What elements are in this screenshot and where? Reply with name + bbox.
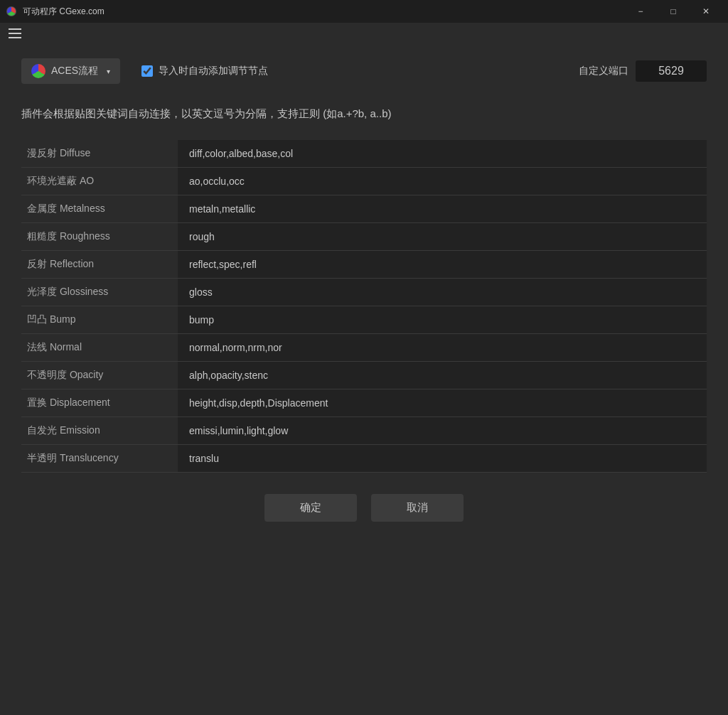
texture-label: 半透明 Translucency bbox=[21, 445, 178, 473]
button-row: 确定 取消 bbox=[21, 494, 707, 522]
texture-label: 自发光 Emission bbox=[21, 417, 178, 445]
table-row: 不透明度 Opacityalph,opacity,stenc bbox=[21, 362, 707, 389]
table-row: 反射 Reflectionreflect,spec,refl bbox=[21, 251, 707, 279]
aces-button[interactable]: ACES流程 ▾ bbox=[21, 58, 120, 84]
close-button[interactable]: ✕ bbox=[690, 0, 722, 23]
port-group: 自定义端口 bbox=[579, 60, 707, 82]
texture-label: 反射 Reflection bbox=[21, 251, 178, 279]
texture-label: 凹凸 Bump bbox=[21, 306, 178, 334]
texture-value[interactable]: bump bbox=[178, 306, 707, 334]
toolbar: ACES流程 ▾ 导入时自动添加调节节点 自定义端口 bbox=[21, 58, 707, 84]
texture-label: 光泽度 Glossiness bbox=[21, 279, 178, 306]
auto-add-checkbox[interactable] bbox=[141, 65, 153, 77]
texture-value[interactable]: translu bbox=[178, 445, 707, 473]
minimize-button[interactable]: − bbox=[624, 0, 657, 23]
window-title: 可动程序 CGexe.com bbox=[23, 6, 105, 18]
texture-value[interactable]: ao,occlu,occ bbox=[178, 168, 707, 195]
texture-value[interactable]: reflect,spec,refl bbox=[178, 251, 707, 279]
table-row: 金属度 Metalnessmetaln,metallic bbox=[21, 195, 707, 223]
texture-value[interactable]: normal,norm,nrm,nor bbox=[178, 334, 707, 362]
confirm-button[interactable]: 确定 bbox=[264, 494, 357, 522]
description-text: 插件会根据贴图关键词自动连接，以英文逗号为分隔，支持正则 (如a.+?b, a.… bbox=[21, 105, 707, 122]
title-bar: 可动程序 CGexe.com − □ ✕ bbox=[0, 0, 728, 23]
chevron-down-icon: ▾ bbox=[107, 68, 110, 75]
table-row: 粗糙度 Roughnessrough bbox=[21, 223, 707, 251]
aces-icon bbox=[31, 64, 46, 78]
main-content: ACES流程 ▾ 导入时自动添加调节节点 自定义端口 插件会根据贴图关键词自动连… bbox=[0, 44, 728, 536]
auto-add-nodes-group: 导入时自动添加调节节点 bbox=[141, 65, 268, 77]
texture-value[interactable]: diff,color,albed,base,col bbox=[178, 140, 707, 168]
texture-label: 漫反射 Diffuse bbox=[21, 140, 178, 168]
auto-add-label: 导入时自动添加调节节点 bbox=[159, 65, 268, 77]
texture-value[interactable]: gloss bbox=[178, 279, 707, 306]
texture-label: 不透明度 Opacity bbox=[21, 362, 178, 389]
texture-label: 金属度 Metalness bbox=[21, 195, 178, 223]
texture-value[interactable]: metaln,metallic bbox=[178, 195, 707, 223]
texture-label: 环境光遮蔽 AO bbox=[21, 168, 178, 195]
app-icon bbox=[6, 6, 17, 17]
texture-value[interactable]: rough bbox=[178, 223, 707, 251]
table-row: 法线 Normalnormal,norm,nrm,nor bbox=[21, 334, 707, 362]
table-row: 凹凸 Bumpbump bbox=[21, 306, 707, 334]
texture-table: 漫反射 Diffusediff,color,albed,base,col环境光遮… bbox=[21, 140, 707, 473]
table-row: 光泽度 Glossinessgloss bbox=[21, 279, 707, 306]
texture-value[interactable]: height,disp,depth,Displacement bbox=[178, 389, 707, 417]
hamburger-menu[interactable] bbox=[0, 23, 728, 44]
window-controls: − □ ✕ bbox=[624, 0, 722, 23]
port-label: 自定义端口 bbox=[579, 65, 628, 77]
table-row: 漫反射 Diffusediff,color,albed,base,col bbox=[21, 140, 707, 168]
table-row: 环境光遮蔽 AOao,occlu,occ bbox=[21, 168, 707, 195]
texture-label: 粗糙度 Roughness bbox=[21, 223, 178, 251]
texture-value[interactable]: emissi,lumin,light,glow bbox=[178, 417, 707, 445]
restore-button[interactable]: □ bbox=[657, 0, 690, 23]
table-row: 半透明 Translucencytranslu bbox=[21, 445, 707, 473]
table-row: 置换 Displacementheight,disp,depth,Displac… bbox=[21, 389, 707, 417]
texture-label: 法线 Normal bbox=[21, 334, 178, 362]
texture-label: 置换 Displacement bbox=[21, 389, 178, 417]
texture-value[interactable]: alph,opacity,stenc bbox=[178, 362, 707, 389]
cancel-button[interactable]: 取消 bbox=[371, 494, 464, 522]
table-row: 自发光 Emissionemissi,lumin,light,glow bbox=[21, 417, 707, 445]
aces-label: ACES流程 bbox=[51, 65, 98, 77]
port-input[interactable] bbox=[636, 60, 707, 82]
